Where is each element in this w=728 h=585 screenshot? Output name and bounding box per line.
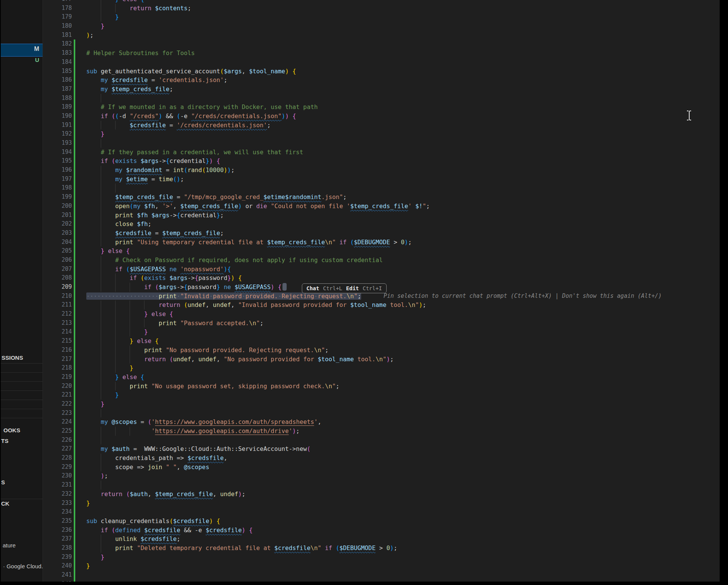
code-line[interactable]: 224 my @scopes = ('https://www.googleapi…: [43, 417, 720, 427]
code-line[interactable]: 201 print $fh $args->{credential};: [43, 211, 720, 220]
line-number[interactable]: 231: [43, 481, 72, 490]
line-number[interactable]: 191: [43, 121, 72, 130]
sidebar-item[interactable]: OOKS: [3, 427, 20, 433]
line-number[interactable]: 227: [43, 444, 72, 454]
code-line[interactable]: 188: [43, 94, 720, 103]
line-number[interactable]: 186: [43, 76, 72, 85]
line-number[interactable]: 235: [43, 517, 72, 526]
line-number[interactable]: 197: [43, 175, 72, 184]
line-number[interactable]: 181: [43, 31, 72, 40]
code-line[interactable]: 230 );: [43, 471, 720, 481]
code-line[interactable]: 203 $credsfile = $temp_creds_file;: [43, 229, 720, 238]
code-line[interactable]: 195 if (exists $args->{credential}) {: [43, 157, 720, 166]
code-line[interactable]: 182: [43, 40, 720, 49]
code-line[interactable]: 215 } else {: [43, 337, 720, 346]
line-number[interactable]: 178: [43, 4, 72, 13]
line-number[interactable]: 201: [43, 211, 72, 220]
line-number[interactable]: 208: [43, 274, 72, 283]
sidebar-untracked-file-row[interactable]: U: [1, 56, 43, 65]
code-line[interactable]: 185sub get_authenticated_service_account…: [43, 67, 720, 76]
line-number[interactable]: 205: [43, 247, 72, 256]
code-line[interactable]: 241: [43, 571, 720, 580]
code-line[interactable]: 198: [43, 183, 720, 193]
sidebar-selected-file-row[interactable]: M: [1, 44, 43, 57]
line-number[interactable]: 185: [43, 67, 72, 76]
code-line[interactable]: 183# Helper Subroutines for Tools: [43, 49, 720, 58]
code-line[interactable]: 205 } else {: [43, 247, 720, 256]
line-number[interactable]: 217: [43, 355, 72, 364]
line-number[interactable]: 207: [43, 265, 72, 274]
code-line[interactable]: 177 } else {: [43, 0, 720, 4]
line-number[interactable]: 198: [43, 183, 72, 193]
line-number[interactable]: 203: [43, 229, 72, 238]
line-number[interactable]: 215: [43, 337, 72, 346]
line-number[interactable]: 221: [43, 391, 72, 400]
line-number[interactable]: 218: [43, 364, 72, 373]
line-number[interactable]: 211: [43, 300, 72, 310]
line-number[interactable]: 212: [43, 310, 72, 319]
code-line[interactable]: 222 }: [43, 400, 720, 409]
line-number[interactable]: 234: [43, 508, 72, 517]
sidebar-item[interactable]: TS: [1, 438, 8, 444]
code-line[interactable]: 180 }: [43, 22, 720, 31]
editor[interactable]: 177 } else {178 return $contents;179 }18…: [43, 0, 720, 582]
chat-button[interactable]: Chat: [306, 285, 319, 291]
code-line[interactable]: 181);: [43, 31, 720, 40]
line-number[interactable]: 237: [43, 534, 72, 544]
sidebar-item[interactable]: · Google Cloud...: [3, 563, 43, 569]
line-number[interactable]: 236: [43, 526, 72, 535]
line-number[interactable]: 195: [43, 157, 72, 166]
code-line[interactable]: 233}: [43, 499, 720, 508]
code-line[interactable]: 217 return (undef, undef, "No password p…: [43, 355, 720, 364]
code-line[interactable]: 187 my $temp_creds_file;: [43, 85, 720, 94]
code-line[interactable]: 225 'https://www.googleapis.com/auth/dri…: [43, 427, 720, 436]
line-number[interactable]: 219: [43, 373, 72, 382]
code-line[interactable]: 196 my $randomint = int(rand(10000));: [43, 166, 720, 175]
code-line[interactable]: 192 }: [43, 130, 720, 139]
line-number[interactable]: 238: [43, 544, 72, 553]
line-number[interactable]: 222: [43, 400, 72, 409]
code-line[interactable]: 206 # Check on Password if required, doe…: [43, 256, 720, 265]
line-number[interactable]: 182: [43, 40, 72, 49]
pin-selection-hint[interactable]: Pin selection to current chat prompt (Ct…: [384, 292, 662, 301]
line-number[interactable]: 204: [43, 238, 72, 247]
line-number[interactable]: 214: [43, 327, 72, 337]
code-line[interactable]: 231: [43, 481, 720, 490]
code-line[interactable]: 184: [43, 58, 720, 67]
line-number[interactable]: 206: [43, 256, 72, 265]
code-line[interactable]: 190 if ((-d "/creds") && (-e "/creds/cre…: [43, 112, 720, 121]
line-number[interactable]: 230: [43, 471, 72, 481]
code-line[interactable]: 214 }: [43, 327, 720, 337]
code-line[interactable]: 179 }: [43, 13, 720, 22]
line-number[interactable]: 189: [43, 103, 72, 112]
code-line[interactable]: 229 scope => join " ", @scopes: [43, 463, 720, 472]
line-number[interactable]: 226: [43, 436, 72, 445]
code-line[interactable]: 194 # If they passed in a credential, we…: [43, 148, 720, 157]
code-line[interactable]: 216 print "No password provided. Rejecti…: [43, 346, 720, 355]
code-line[interactable]: 239 }: [43, 553, 720, 562]
code-line[interactable]: 223: [43, 409, 720, 418]
line-number[interactable]: 229: [43, 463, 72, 472]
code-line[interactable]: 193: [43, 139, 720, 148]
line-number[interactable]: 242: [43, 580, 72, 582]
line-number[interactable]: 184: [43, 58, 72, 67]
code-line[interactable]: 199 $temp_creds_file = "/tmp/mcp_google_…: [43, 193, 720, 202]
code-line[interactable]: 189 # If we mounted in as a directory wi…: [43, 103, 720, 112]
code-line[interactable]: 211 return (undef, undef, "Invalid passw…: [43, 300, 720, 310]
line-number[interactable]: 199: [43, 193, 72, 202]
code-line[interactable]: 237 unlink $credsfile;: [43, 534, 720, 544]
code-line[interactable]: 202 close $fh;: [43, 220, 720, 229]
line-number[interactable]: 202: [43, 220, 72, 229]
sidebar-item[interactable]: SSIONS: [2, 354, 23, 361]
code-line[interactable]: 238 print "Deleted temporary credential …: [43, 544, 720, 553]
line-number[interactable]: 188: [43, 94, 72, 103]
line-number[interactable]: 200: [43, 202, 72, 211]
code-line[interactable]: 240}: [43, 561, 720, 571]
code-line[interactable]: 227 my $auth = WWW::Google::Cloud::Auth:…: [43, 444, 720, 454]
code-line[interactable]: 191 $credsfile = '/creds/credentials.jso…: [43, 121, 720, 130]
line-number[interactable]: 183: [43, 49, 72, 58]
code-line[interactable]: 197 my $etime = time();: [43, 175, 720, 184]
line-number[interactable]: 209: [43, 283, 72, 292]
code-line[interactable]: 242# Google Sheets Helper Functions: [43, 580, 720, 582]
line-number[interactable]: 187: [43, 85, 72, 94]
